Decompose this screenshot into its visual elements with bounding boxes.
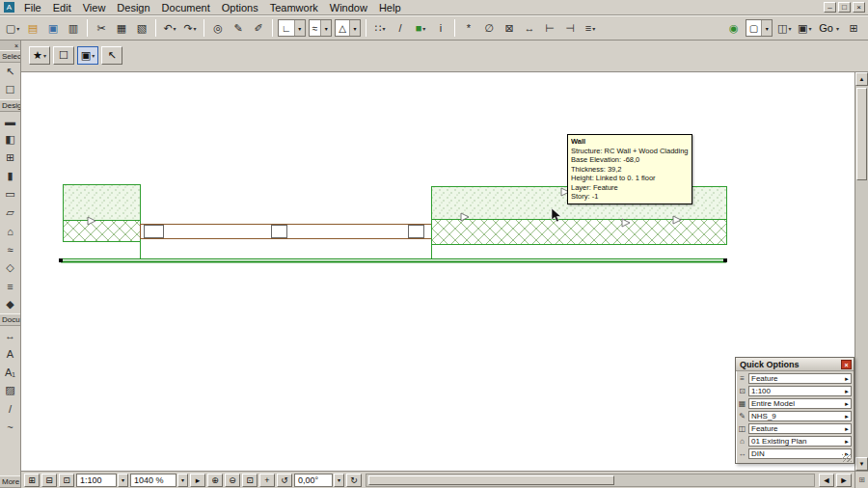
dimension-icon[interactable]: ⊢ — [540, 18, 559, 38]
fit-in-window-icon[interactable]: ⊡ — [242, 474, 258, 487]
measure-icon[interactable]: ↔ — [520, 18, 539, 38]
marquee-tool-icon[interactable]: ☐ — [0, 81, 20, 99]
play-icon[interactable]: ▸ — [190, 474, 205, 487]
minimize-button[interactable]: – — [824, 2, 836, 13]
model-view-options-select[interactable]: Feature► — [748, 423, 852, 434]
pen-set-select[interactable]: NHS_9► — [748, 411, 852, 421]
dropdown-arrow-icon[interactable]: ▾ — [349, 20, 360, 36]
layers-cube-icon[interactable]: ■▾ — [411, 18, 430, 38]
object-tool-icon[interactable]: ◆ — [0, 295, 20, 313]
menu-file[interactable]: File — [18, 1, 47, 14]
scale-field[interactable]: 1:100 — [76, 474, 117, 487]
dropdown-arrow-icon[interactable]: ▾ — [294, 20, 305, 36]
toolbox-close-icon[interactable]: × — [14, 42, 18, 49]
zoom-in-icon[interactable]: ⊕ — [207, 474, 223, 487]
vertical-scroll-thumb[interactable] — [856, 88, 867, 180]
zoom-dropdown-icon[interactable]: ▾ — [177, 474, 188, 487]
pickup-parameters-icon[interactable]: ✎ — [229, 18, 248, 38]
scrollbar-corner-icon[interactable]: ⊞ — [854, 471, 868, 488]
fill-tool-icon[interactable]: ▨ — [0, 381, 20, 399]
element-settings-icon[interactable]: ▣▾ — [77, 46, 98, 65]
pages-icon[interactable]: ⊞ — [24, 474, 40, 487]
renovation-filter-select[interactable]: 01 Existing Plan► — [748, 436, 852, 447]
pan-icon[interactable]: + — [259, 474, 275, 487]
redo-icon[interactable]: ↷▾ — [180, 18, 200, 38]
dimension-tool-icon[interactable]: ↔ — [0, 326, 20, 344]
zoom-out-icon[interactable]: ⊖ — [225, 474, 240, 487]
toolbox-section-document[interactable]: Docu — [0, 313, 20, 326]
horizontal-scroll-thumb[interactable] — [368, 475, 614, 485]
cut-icon[interactable]: ✂ — [92, 18, 111, 38]
menu-window[interactable]: Window — [324, 1, 373, 14]
copy-icon[interactable]: ▦ — [112, 18, 131, 38]
drawing-canvas[interactable]: Wall Structure: RC Wall + Wood Cladding … — [21, 72, 854, 471]
menu-teamwork[interactable]: Teamwork — [264, 1, 324, 14]
menu-help[interactable]: Help — [373, 1, 407, 14]
info-cursor-icon[interactable]: i — [431, 18, 450, 38]
guide-lines-combo[interactable]: ≈▾ — [309, 19, 333, 37]
align-icon[interactable]: ≡▾ — [581, 18, 600, 38]
menu-edit[interactable]: Edit — [47, 1, 77, 14]
snap-icon[interactable]: ⊟ — [41, 474, 57, 487]
column-tool-icon[interactable]: ▮ — [0, 167, 20, 185]
close-button[interactable]: × — [853, 2, 865, 13]
menu-view[interactable]: View — [77, 1, 112, 14]
text-tool-icon[interactable]: A — [0, 344, 20, 363]
snap-grid-icon[interactable]: ∷▾ — [370, 18, 390, 38]
dimension-standard-select[interactable]: DIN► — [748, 448, 852, 459]
roof-tool-icon[interactable]: ⌂ — [0, 222, 20, 240]
angle-field[interactable]: 0,00° — [294, 474, 333, 487]
arrow-tool-icon[interactable]: ↖ — [0, 63, 20, 81]
new-document-icon[interactable]: ▢▾ — [3, 18, 22, 38]
layer-combination-select[interactable]: Feature► — [748, 373, 852, 384]
explode-icon[interactable]: ⊠ — [500, 18, 519, 38]
snap-options-combo[interactable]: ∟▾ — [278, 19, 306, 37]
compass-icon[interactable]: ◉ — [724, 18, 744, 38]
door-tool-icon[interactable]: ◧ — [0, 130, 20, 149]
dropdown-arrow-icon[interactable]: ▾ — [761, 20, 772, 36]
save-icon[interactable]: ▣ — [43, 18, 63, 38]
paste-icon[interactable]: ▧ — [132, 18, 151, 38]
organizer-grid-icon[interactable]: ⊞ — [844, 18, 863, 38]
line-tool-icon[interactable]: / — [0, 399, 20, 418]
wall-tool-icon[interactable]: ▬ — [0, 112, 20, 130]
beam-tool-icon[interactable]: ▭ — [0, 185, 20, 203]
quick-options-titlebar[interactable]: Quick Options × — [736, 358, 854, 371]
menu-options[interactable]: Options — [216, 1, 264, 14]
angle-dropdown-icon[interactable]: ▾ — [334, 474, 344, 487]
horizontal-scrollbar[interactable] — [366, 474, 815, 487]
window-tool-icon[interactable]: ⊞ — [0, 149, 20, 167]
stair-tool-icon[interactable]: ≡ — [0, 277, 20, 295]
rotate-right-icon[interactable]: ↻ — [346, 474, 362, 487]
quick-options-close-icon[interactable]: × — [841, 360, 852, 369]
find-select-icon[interactable]: ◎ — [208, 18, 228, 38]
layout-book-icon[interactable]: ◫▾ — [774, 18, 794, 38]
magic-wand-icon[interactable]: * — [459, 18, 478, 38]
slab-tool-icon[interactable]: ▱ — [0, 203, 20, 222]
menu-document[interactable]: Document — [156, 1, 216, 14]
inject-parameters-icon[interactable]: ✐ — [249, 18, 268, 38]
slash-guide-icon[interactable]: / — [391, 18, 410, 38]
favorites-icon[interactable]: ★▾ — [29, 46, 50, 65]
zone-tool-icon[interactable]: ◇ — [0, 258, 20, 277]
toolbox-section-design[interactable]: Desig — [0, 99, 20, 112]
scale-dropdown-icon[interactable]: ▾ — [118, 474, 128, 487]
marquee-icon[interactable]: ☐ — [53, 46, 74, 65]
restore-button[interactable]: □ — [838, 2, 851, 13]
mesh-tool-icon[interactable]: ≈ — [0, 240, 20, 258]
scroll-up-icon[interactable]: ▲ — [855, 72, 868, 86]
toolbox-section-select[interactable]: Selec — [0, 50, 20, 63]
print-icon[interactable]: ▥ — [64, 18, 83, 38]
zoom-field[interactable]: 1040 % — [130, 474, 176, 487]
scroll-down-icon[interactable]: ▼ — [855, 457, 868, 471]
palette-resize-grip[interactable] — [842, 454, 852, 462]
camera-icon[interactable]: ▣▾ — [795, 18, 814, 38]
vertical-scrollbar[interactable]: ▲ ▼ — [854, 72, 868, 471]
construction-combo[interactable]: △▾ — [335, 19, 361, 37]
spline-tool-icon[interactable]: ~ — [0, 418, 20, 436]
go-button[interactable]: Go▾ — [815, 22, 843, 34]
dropdown-arrow-icon[interactable]: ▾ — [320, 20, 331, 36]
undo-icon[interactable]: ↶▾ — [160, 18, 179, 38]
structure-display-select[interactable]: Entire Model► — [748, 398, 852, 409]
menu-design[interactable]: Design — [111, 1, 155, 14]
